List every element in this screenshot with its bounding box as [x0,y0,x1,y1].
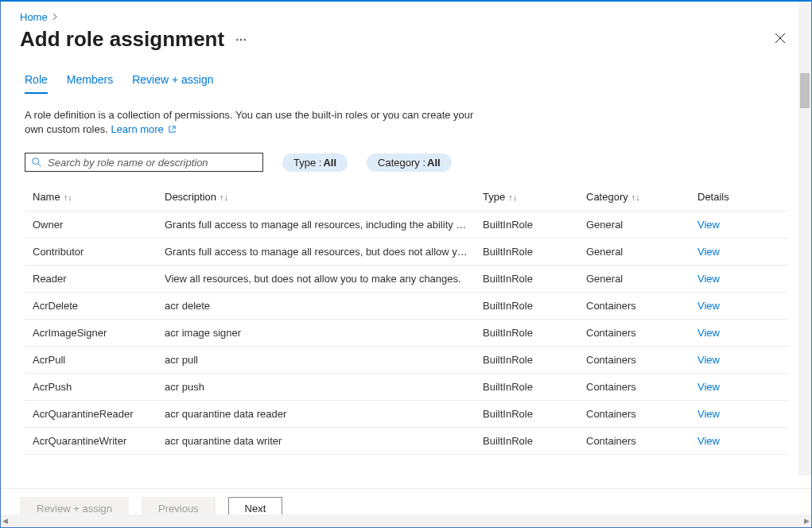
breadcrumb-home[interactable]: Home [20,11,48,23]
cell-description: acr quarantine data reader [157,401,475,428]
page-title-text: Add role assignment [20,27,224,52]
filter-category[interactable]: Category : All [367,153,452,172]
cell-category: Containers [578,293,690,320]
cell-category: General [578,212,690,239]
chevron-right-icon [52,11,58,23]
search-icon [31,157,42,168]
table-row[interactable]: AcrDeleteacr deleteBuiltInRoleContainers… [25,293,787,320]
tab-review-assign[interactable]: Review + assign [132,73,213,94]
tabs: Role Members Review + assign [1,52,811,94]
table-row[interactable]: OwnerGrants full access to manage all re… [25,212,787,239]
cell-type: BuiltInRole [475,401,578,428]
cell-category: General [578,266,690,293]
breadcrumb: Home [1,2,811,23]
cell-description: View all resources, but does not allow y… [157,266,475,293]
tab-role[interactable]: Role [25,73,48,94]
search-wrap [25,153,263,172]
cell-name: AcrQuarantineReader [25,401,157,428]
cell-type: BuiltInRole [475,239,578,266]
table-row[interactable]: ReaderView all resources, but does not a… [25,266,787,293]
col-header-description[interactable]: Description↑↓ [157,183,475,212]
search-input[interactable] [25,153,263,172]
external-link-icon [168,123,177,132]
cell-category: Containers [578,374,690,401]
learn-more-label: Learn more [111,123,163,135]
view-link[interactable]: View [697,273,720,285]
view-link[interactable]: View [697,354,720,366]
table-row[interactable]: AcrPullacr pullBuiltInRoleContainersView [25,347,787,374]
view-link[interactable]: View [697,435,720,447]
svg-point-0 [33,158,39,165]
tab-members[interactable]: Members [67,73,113,94]
cell-type: BuiltInRole [475,428,578,455]
cell-category: Containers [578,347,690,374]
view-link[interactable]: View [697,408,720,420]
view-link[interactable]: View [697,219,720,231]
cell-type: BuiltInRole [475,212,578,239]
learn-more-link[interactable]: Learn more [111,123,177,135]
table-row[interactable]: AcrPushacr pushBuiltInRoleContainersView [25,374,787,401]
cell-name: AcrImageSigner [25,320,157,347]
page-title: Add role assignment ⋯ [20,27,247,52]
view-link[interactable]: View [697,327,720,339]
intro-body: A role definition is a collection of per… [25,109,473,135]
cell-description: Grants full access to manage all resourc… [157,239,475,266]
horizontal-scrollbar[interactable]: ◀ ▶ [1,514,811,527]
more-actions-button[interactable]: ⋯ [235,33,247,46]
cell-name: Reader [25,266,157,293]
cell-name: AcrPull [25,347,157,374]
cell-name: Contributor [25,239,157,266]
table-row[interactable]: AcrQuarantineReaderacr quarantine data r… [25,401,787,428]
scroll-left-icon: ◀ [2,517,8,525]
table-row[interactable]: AcrQuarantineWriteracr quarantine data w… [25,428,787,455]
cell-type: BuiltInRole [475,266,578,293]
cell-category: Containers [578,320,690,347]
filter-category-label: Category : [378,157,425,169]
scroll-right-icon: ▶ [804,517,810,525]
cell-name: AcrPush [25,374,157,401]
cell-type: BuiltInRole [475,320,578,347]
cell-type: BuiltInRole [475,374,578,401]
view-link[interactable]: View [697,246,720,258]
cell-description: acr push [157,374,475,401]
sort-icon: ↑↓ [220,192,228,202]
cell-category: Containers [578,401,690,428]
filter-type[interactable]: Type : All [282,153,348,172]
view-link[interactable]: View [697,381,720,393]
sort-icon: ↑↓ [631,192,640,202]
cell-type: BuiltInRole [475,347,578,374]
cell-description: acr delete [157,293,475,320]
intro-text: A role definition is a collection of per… [1,94,518,137]
cell-name: AcrDelete [25,293,157,320]
cell-description: acr pull [157,347,475,374]
col-header-category[interactable]: Category↑↓ [578,183,690,212]
filter-category-value: All [427,157,441,169]
cell-category: General [578,239,690,266]
col-header-name[interactable]: Name↑↓ [25,183,157,212]
sort-icon: ↑↓ [508,192,517,202]
filter-type-value: All [323,157,336,169]
view-link[interactable]: View [697,300,720,312]
table-row[interactable]: ContributorGrants full access to manage … [25,239,787,266]
cell-name: AcrQuarantineWriter [25,428,157,455]
cell-description: Grants full access to manage all resourc… [157,212,475,239]
vertical-scrollbar[interactable] [798,2,811,476]
cell-description: acr image signer [157,320,475,347]
table-row[interactable]: AcrImageSigneracr image signerBuiltInRol… [25,320,787,347]
cell-type: BuiltInRole [475,293,578,320]
col-header-type[interactable]: Type↑↓ [475,183,578,212]
cell-category: Containers [578,428,690,455]
cell-name: Owner [25,212,157,239]
col-header-details: Details [690,183,787,212]
filter-type-label: Type : [293,157,321,169]
sort-icon: ↑↓ [64,192,72,202]
cell-description: acr quarantine data writer [157,428,475,455]
svg-line-1 [38,164,41,167]
roles-table: Name↑↓ Description↑↓ Type↑↓ Category↑↓ D… [25,183,787,455]
close-button[interactable] [768,26,792,52]
